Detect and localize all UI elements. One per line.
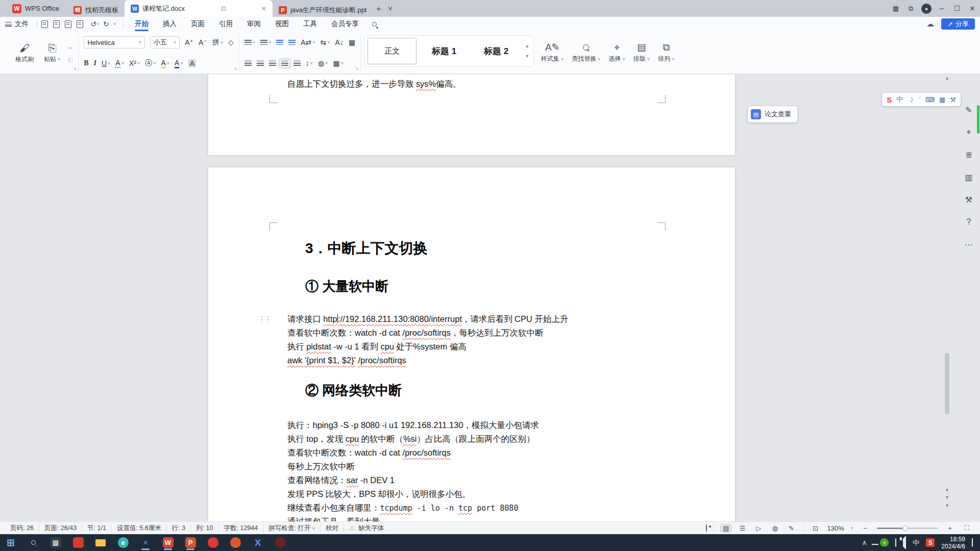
text-direction-button[interactable]: A⇄˅ [301,38,315,46]
style-scroll-down[interactable]: ▼ [525,54,529,59]
wps-writer[interactable]: W [160,536,176,550]
zoom-slider[interactable] [877,528,938,529]
code-editor[interactable]: ≡ [138,536,153,550]
clear-format-button[interactable]: ◇ [228,38,234,46]
justify-button[interactable] [281,61,288,66]
tab-list-caret[interactable]: ˅ [384,4,396,13]
font-dialog-launcher[interactable]: ↘ [233,66,237,71]
app-orange-circle[interactable] [228,536,243,550]
status-item[interactable]: 字数: 12944 [219,524,264,533]
tab-close-icon[interactable]: ✕ [259,5,268,12]
borders-button[interactable]: ▦˅ [333,59,344,67]
format-painter-button[interactable]: 🖌︎ 格式刷 [12,41,37,65]
app-red-circle[interactable] [205,536,220,550]
document-page-previous[interactable]: 自愿上下文切换过多，进一步导致 sys%偏高。 [208,74,735,155]
app-dark-square[interactable]: ▨ [48,536,63,550]
cjk-layout-button[interactable]: ⇆˅ [321,38,330,46]
undo-caret[interactable]: ˅ [96,21,99,27]
bold-button[interactable]: B [84,59,88,67]
ime-moon-icon[interactable]: ☽ [908,96,914,104]
sogou-tray-icon[interactable]: S [926,538,935,547]
align-left-button[interactable] [244,61,252,66]
cut-icon[interactable]: ✂ [67,44,73,52]
align-center-button[interactable] [257,61,264,66]
menu-tab-引用[interactable]: 引用 [212,17,240,31]
help-icon[interactable]: ? [962,215,975,229]
menu-tab-会员专享[interactable]: 会员专享 [324,17,366,31]
menu-tab-审阅[interactable]: 审阅 [240,17,268,31]
distribute-button[interactable] [293,61,301,66]
increase-font-button[interactable]: A⁺ [185,38,193,46]
print-preview-icon[interactable] [77,20,83,28]
minimize-button[interactable]: ─ [934,0,949,17]
copy-icon[interactable]: ⎗ [67,56,73,64]
status-item[interactable]: 页面: 26/43 [39,524,82,533]
paper-check-button[interactable]: ▤ 论文查重 [748,106,797,122]
undo-button[interactable]: ↺ [90,20,96,28]
export-icon[interactable] [53,20,60,28]
shading-button[interactable]: ◍˅ [318,59,328,67]
user-avatar[interactable]: ● [919,0,934,17]
file-explorer[interactable] [93,536,108,550]
style-card[interactable]: 标题 1 [420,38,469,64]
scroll-up-arrow[interactable]: ▲ [944,76,950,81]
status-item[interactable]: 行: 3 [167,524,191,533]
decrease-indent-button[interactable] [276,40,283,45]
style-card[interactable]: 标题 2 [472,38,521,64]
status-item[interactable]: 节: 1/1 [82,524,112,533]
wps-presentation[interactable]: P [183,536,198,550]
tab-popout-icon[interactable]: ⊡ [219,5,228,12]
ime-chinese-icon[interactable]: 中 [896,95,903,104]
edge-browser[interactable]: e [115,536,131,550]
cloud-sync-icon[interactable]: ☁ [926,19,934,29]
print-icon[interactable] [65,20,71,28]
scrollbar-thumb[interactable] [945,353,949,414]
new-tab-button[interactable]: + [373,4,385,13]
font-color-button[interactable]: A˅ [175,59,183,68]
select-cursor-icon[interactable]: ⌖ [962,126,975,139]
eye-protect-icon[interactable] [706,524,707,532]
page-view-icon[interactable]: ▤ [721,524,731,532]
sort-button[interactable]: A↓ [335,38,344,46]
notification-center-icon[interactable] [972,539,973,546]
align-right-button[interactable] [269,61,276,66]
superscript-button[interactable]: X²˅ [129,59,140,67]
font-size-select[interactable]: 小五˅ [150,36,180,48]
status-item[interactable]: 页码: 26 [5,524,39,533]
tools-icon[interactable]: ⚒ [962,193,975,206]
web-view-icon[interactable]: ◍ [770,524,780,532]
clipboard-dialog-launcher[interactable]: ↘ [73,66,77,71]
fit-page-button[interactable]: ⊡ [810,524,820,532]
proofread-button[interactable]: 校对 [321,524,344,533]
arrange-button[interactable]: ⧉ 排列˅ [654,34,678,71]
menu-tab-插入[interactable]: 插入 [156,17,184,31]
start-button[interactable]: ⊞ [3,536,18,550]
emphasis-dot-button[interactable]: A˅ [115,59,124,68]
document-tab[interactable]: W课程笔记.docx⊡✕ [125,0,273,17]
app-red-square[interactable] [70,536,86,550]
document-page-current[interactable]: 3．中断上下文切换 ① 大量软中断 ⋮⋮ 请求接口 http://192.168… [208,167,735,521]
document-tab[interactable]: 稻找稻壳模板 [67,3,125,17]
read-mode-icon[interactable]: ▷ [753,524,764,532]
save-icon[interactable] [41,20,48,28]
menu-tab-视图[interactable]: 视图 [268,17,296,31]
maximize-button[interactable]: ☐ [949,0,965,17]
decrease-font-button[interactable]: A⁻ [199,38,207,46]
workspace-grid-icon[interactable]: ▦ [888,0,903,17]
paragraph-dialog-launcher[interactable]: ↘ [355,66,359,71]
tune-icon[interactable]: ≣ [962,148,975,161]
ink-mode-icon[interactable]: ✎ [786,524,796,532]
close-button[interactable]: ✕ [965,0,980,17]
numbering-button[interactable]: ˅ [260,40,271,45]
next-page-button[interactable]: ▼ [944,503,950,508]
spell-check-status[interactable]: 拼写检查: 打开 ˅ [263,524,321,533]
ime-keyboard-icon[interactable]: ⌨ [925,96,935,104]
zoom-out-button[interactable]: − [860,524,870,532]
previous-page-button[interactable]: ▲ [944,487,950,492]
app-maroon-circle[interactable] [273,536,288,550]
menu-tab-工具[interactable]: 工具 [296,17,324,31]
missing-font-warning[interactable]: ⚠ 缺失字体 [344,524,389,533]
text-effect-button[interactable]: Ⓐ˅ [145,59,156,68]
underline-button[interactable]: U˅ [102,59,110,67]
border-grid-icon[interactable]: ▦ [349,38,355,46]
